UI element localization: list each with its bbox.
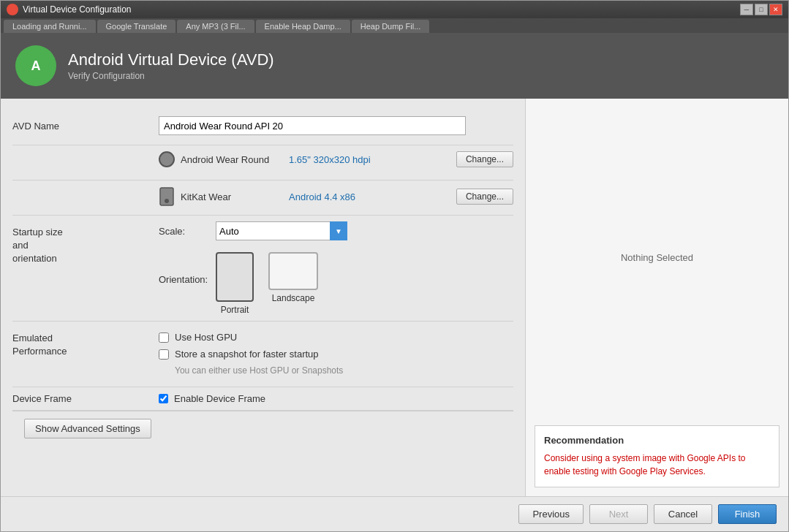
device-name-label: Android Wear Round bbox=[181, 154, 283, 165]
orientation-row: Orientation: Portrait Landscape bbox=[159, 252, 513, 315]
content-area: AVD Name Android Wear Round 1.65" 320x32… bbox=[1, 99, 788, 496]
minimize-button[interactable]: ─ bbox=[740, 4, 753, 15]
device-change-button[interactable]: Change... bbox=[456, 151, 513, 167]
taskbar-tab-0[interactable]: Loading and Runni... bbox=[4, 20, 96, 33]
startup-label: Startup sizeandorientation bbox=[12, 221, 159, 315]
taskbar-tabs: Loading and Runni... Google Translate An… bbox=[1, 18, 788, 33]
device-row: Android Wear Round 1.65" 320x320 hdpi Ch… bbox=[12, 145, 513, 180]
avd-name-content bbox=[159, 116, 513, 135]
taskbar-tab-3[interactable]: Enable Heap Damp... bbox=[256, 20, 350, 33]
wear-device-icon bbox=[159, 151, 175, 167]
recommendation-text: Consider using a system image with Googl… bbox=[544, 452, 770, 478]
svg-text:A: A bbox=[31, 58, 41, 73]
portrait-option[interactable]: Portrait bbox=[216, 252, 254, 315]
portrait-label: Portrait bbox=[221, 305, 249, 315]
portrait-icon bbox=[216, 252, 254, 302]
next-button[interactable]: Next bbox=[589, 504, 648, 524]
system-detail: Android 4.4 x86 bbox=[289, 191, 450, 202]
device-frame-label: Device Frame bbox=[12, 393, 159, 404]
recommendation-box: Recommendation Consider using a system i… bbox=[535, 425, 779, 487]
emulated-controls: Use Host GPU Store a snapshot for faster… bbox=[159, 327, 513, 376]
startup-label-text: Startup sizeandorientation bbox=[12, 227, 63, 264]
snapshot-row: Store a snapshot for faster startup bbox=[159, 349, 513, 360]
system-row-spacer bbox=[12, 186, 159, 191]
use-host-gpu-checkbox[interactable] bbox=[159, 332, 169, 343]
emulated-label: EmulatedPerformance bbox=[12, 327, 159, 358]
enable-frame-checkbox[interactable] bbox=[159, 394, 168, 403]
cancel-button[interactable]: Cancel bbox=[654, 504, 712, 524]
system-change-button[interactable]: Change... bbox=[456, 189, 513, 205]
device-detail: 1.65" 320x320 hdpi bbox=[289, 154, 450, 165]
show-advanced-button[interactable]: Show Advanced Settings bbox=[24, 419, 151, 438]
main-panel: AVD Name Android Wear Round 1.65" 320x32… bbox=[1, 99, 525, 496]
maximize-button[interactable]: □ bbox=[755, 4, 768, 15]
recommendation-title: Recommendation bbox=[544, 435, 770, 446]
header-subtitle: Verify Configuration bbox=[68, 71, 274, 81]
header-logo: A bbox=[15, 45, 56, 86]
main-window: Virtual Device Configuration ─ □ ✕ Loadi… bbox=[0, 0, 789, 532]
taskbar-tab-2[interactable]: Any MP3 (3 Fil... bbox=[177, 20, 254, 33]
orientation-label: Orientation: bbox=[159, 252, 210, 285]
system-row: KitKat Wear Android 4.4 x86 Change... bbox=[12, 180, 513, 216]
avd-name-input[interactable] bbox=[159, 116, 466, 135]
scale-row: Scale: Auto 1x 2x 3x ▼ bbox=[159, 221, 513, 240]
title-bar: Virtual Device Configuration ─ □ ✕ bbox=[1, 1, 788, 18]
use-host-gpu-row: Use Host GPU bbox=[159, 332, 513, 343]
header-text: Android Virtual Device (AVD) Verify Conf… bbox=[68, 50, 274, 81]
header: A Android Virtual Device (AVD) Verify Co… bbox=[1, 33, 788, 99]
footer: Previous Next Cancel Finish bbox=[1, 496, 788, 531]
use-host-gpu-label[interactable]: Use Host GPU bbox=[175, 332, 237, 343]
device-frame-control: Enable Device Frame bbox=[159, 393, 265, 404]
emulated-section: EmulatedPerformance Use Host GPU Store a… bbox=[12, 322, 513, 387]
finish-button[interactable]: Finish bbox=[718, 504, 777, 524]
bottom-area: Show Advanced Settings bbox=[12, 411, 513, 446]
title-bar-left: Virtual Device Configuration bbox=[7, 4, 132, 15]
svg-point-3 bbox=[165, 199, 169, 203]
scale-label: Scale: bbox=[159, 226, 210, 237]
app-icon bbox=[7, 4, 18, 15]
device-frame-section: Device Frame Enable Device Frame bbox=[12, 387, 513, 411]
landscape-option[interactable]: Landscape bbox=[268, 252, 318, 315]
device-row-content: Android Wear Round 1.65" 320x320 hdpi Ch… bbox=[159, 151, 513, 167]
header-title: Android Virtual Device (AVD) bbox=[68, 50, 274, 69]
avd-name-row: AVD Name bbox=[12, 110, 513, 145]
window-title: Virtual Device Configuration bbox=[23, 4, 132, 15]
title-bar-controls: ─ □ ✕ bbox=[740, 4, 782, 15]
landscape-label: Landscape bbox=[272, 293, 315, 303]
kitkat-icon bbox=[159, 186, 175, 207]
enable-frame-label[interactable]: Enable Device Frame bbox=[174, 393, 265, 404]
scale-select[interactable]: Auto 1x 2x 3x bbox=[216, 221, 347, 240]
avd-name-label: AVD Name bbox=[12, 116, 159, 132]
close-button[interactable]: ✕ bbox=[769, 4, 782, 15]
preview-area: Nothing Selected bbox=[526, 99, 788, 417]
right-panel: Nothing Selected Recommendation Consider… bbox=[525, 99, 788, 496]
emulated-hint: You can either use Host GPU or Snapshots bbox=[159, 365, 513, 376]
snapshot-checkbox[interactable] bbox=[159, 349, 169, 360]
landscape-icon bbox=[268, 252, 318, 290]
scale-select-wrapper: Auto 1x 2x 3x ▼ bbox=[216, 221, 347, 240]
previous-button[interactable]: Previous bbox=[518, 504, 584, 524]
system-name-label: KitKat Wear bbox=[181, 191, 283, 202]
snapshot-label[interactable]: Store a snapshot for faster startup bbox=[175, 349, 319, 360]
nothing-selected-text: Nothing Selected bbox=[621, 252, 693, 263]
startup-inner: Startup sizeandorientation Scale: Auto 1… bbox=[12, 221, 513, 315]
system-row-content: KitKat Wear Android 4.4 x86 Change... bbox=[159, 186, 513, 207]
taskbar-tab-1[interactable]: Google Translate bbox=[97, 20, 176, 33]
taskbar-tab-4[interactable]: Heap Dump Fil... bbox=[352, 20, 430, 33]
startup-section: Startup sizeandorientation Scale: Auto 1… bbox=[12, 216, 513, 322]
orientation-options: Portrait Landscape bbox=[216, 252, 318, 315]
device-row-spacer bbox=[12, 151, 159, 156]
startup-controls: Scale: Auto 1x 2x 3x ▼ bbox=[159, 221, 513, 315]
